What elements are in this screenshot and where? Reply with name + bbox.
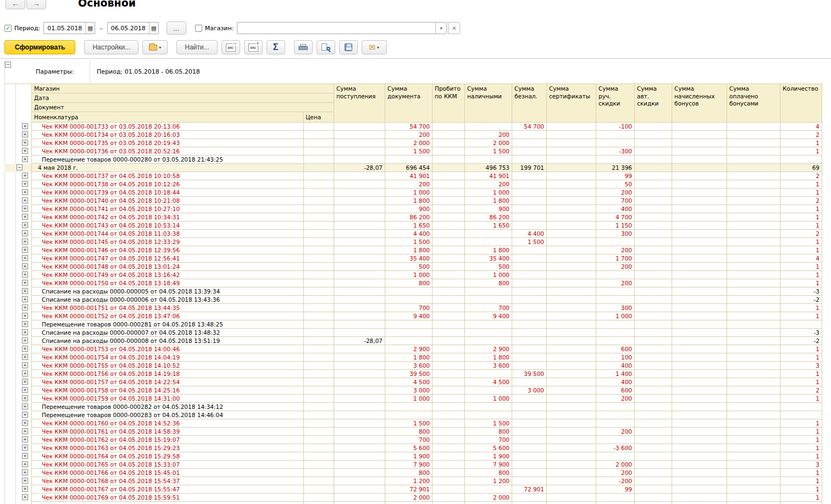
- back-button[interactable]: ←: [5, 0, 25, 9]
- table-row[interactable]: +Чек ККМ 0000-001740 от 04.05.2018 10:21…: [4, 197, 822, 205]
- table-row[interactable]: +Чек ККМ 0000-001743 от 04.05.2018 10:53…: [4, 221, 822, 230]
- print-button[interactable]: [294, 40, 313, 54]
- group-column-header[interactable]: Документ: [32, 103, 334, 112]
- expand-icon[interactable]: +: [22, 346, 28, 352]
- table-row[interactable]: +Чек ККМ 0000-001753 от 04.05.2018 14:00…: [4, 345, 822, 353]
- date-to-field[interactable]: 06.05.2018 ▦: [107, 22, 159, 34]
- table-row[interactable]: +Перемещение товаров 0000-000281 от 04.0…: [4, 320, 822, 329]
- expand-icon[interactable]: +: [22, 288, 28, 294]
- expand-icon[interactable]: +: [22, 428, 28, 434]
- table-row[interactable]: +Чек ККМ 0000-001764 от 04.05.2018 15:29…: [4, 452, 822, 461]
- price-column-header[interactable]: Цена: [303, 112, 334, 123]
- table-row[interactable]: +Чек ККМ 0000-001768 от 04.05.2018 15:54…: [4, 477, 822, 485]
- column-header[interactable]: Сумма поступления: [334, 84, 385, 123]
- expand-icon[interactable]: +: [22, 148, 28, 154]
- table-row[interactable]: +Чек ККМ 0000-001752 от 04.05.2018 13:47…: [4, 312, 822, 320]
- expand-icon[interactable]: +: [22, 362, 28, 368]
- table-row[interactable]: +Чек ККМ 0000-001738 от 04.05.2018 10:12…: [4, 180, 822, 189]
- table-row[interactable]: +Чек ККМ 0000-001754 от 04.05.2018 14:04…: [4, 353, 822, 362]
- table-row[interactable]: +Чек ККМ 0000-001765 от 04.05.2018 15:33…: [4, 461, 822, 469]
- expand-icon[interactable]: +: [22, 239, 28, 245]
- table-row[interactable]: +Чек ККМ 0000-001760 от 04.05.2018 14:52…: [4, 419, 822, 428]
- column-header[interactable]: Сумма начисленных бонусов: [672, 84, 727, 123]
- group-column-header[interactable]: Номенклатура: [32, 112, 303, 123]
- expand-icon[interactable]: +: [22, 206, 28, 212]
- date-from-field[interactable]: 01.05.2018 ▦: [43, 22, 95, 34]
- expand-icon[interactable]: +: [22, 329, 28, 335]
- column-header[interactable]: Сумма документа: [385, 84, 433, 123]
- expand-icon[interactable]: +: [22, 370, 28, 376]
- expand-icon[interactable]: +: [22, 197, 28, 203]
- save-button[interactable]: [339, 40, 358, 54]
- collapse-report-icon[interactable]: −: [5, 62, 11, 68]
- expand-icon[interactable]: +: [22, 321, 28, 327]
- settings-button[interactable]: Настройки...: [84, 40, 138, 54]
- column-header[interactable]: Сумма руч. скидки: [596, 84, 635, 123]
- expand-icon[interactable]: +: [22, 156, 28, 162]
- table-row[interactable]: +Чек ККМ 0000-001742 от 04.05.2018 10:34…: [4, 213, 822, 221]
- expand-icon[interactable]: +: [22, 123, 28, 129]
- expand-icon[interactable]: +: [22, 412, 28, 418]
- expand-icon[interactable]: +: [22, 494, 28, 500]
- expand-icon[interactable]: +: [22, 140, 28, 146]
- table-row[interactable]: +Чек ККМ 0000-001748 от 04.05.2018 13:01…: [4, 263, 822, 271]
- column-header[interactable]: Сумма сертификаты: [547, 84, 596, 123]
- table-row[interactable]: +Чек ККМ 0000-001767 от 04.05.2018 15:55…: [4, 485, 822, 494]
- table-row[interactable]: +Чек ККМ 0000-001735 от 03.05.2018 20:19…: [4, 139, 822, 147]
- expand-icon[interactable]: +: [22, 395, 28, 401]
- expand-icon[interactable]: +: [22, 296, 28, 302]
- expand-icon[interactable]: +: [22, 222, 28, 228]
- table-row[interactable]: +Чек ККМ 0000-001733 от 03.05.2018 20:13…: [4, 123, 822, 131]
- expand-icon[interactable]: +: [22, 230, 28, 236]
- expand-icon[interactable]: +: [22, 461, 28, 467]
- table-row[interactable]: −4 мая 2018 г.-28,07696 454496 753199 70…: [4, 164, 822, 172]
- period-checkbox[interactable]: ✓: [4, 25, 12, 32]
- column-header[interactable]: Сумма безнал.: [512, 84, 547, 123]
- expand-icon[interactable]: +: [22, 263, 28, 269]
- shop-combo[interactable]: ▾: [237, 22, 447, 34]
- period-more-button[interactable]: ...: [167, 21, 186, 35]
- table-row[interactable]: +Чек ККМ 0000-001734 от 03.05.2018 20:16…: [4, 131, 822, 139]
- table-row[interactable]: +Чек ККМ 0000-001766 от 04.05.2018 15:45…: [4, 469, 822, 477]
- collapse-groups-button[interactable]: авс−: [221, 40, 240, 54]
- table-row[interactable]: +Чек ККМ 0000-001745 от 04.05.2018 12:33…: [4, 238, 822, 246]
- table-row[interactable]: +Чек ККМ 0000-001747 от 04.05.2018 12:56…: [4, 254, 822, 263]
- table-row[interactable]: +Чек ККМ 0000-001737 от 04.05.2018 10:10…: [4, 172, 822, 180]
- table-row[interactable]: +Чек ККМ 0000-001769 от 04.05.2018 15:59…: [4, 494, 822, 502]
- column-header[interactable]: Пробито по ККМ: [433, 84, 465, 123]
- table-row[interactable]: +Чек ККМ 0000-001756 от 04.05.2018 14:19…: [4, 370, 822, 378]
- expand-icon[interactable]: +: [22, 313, 28, 319]
- table-row[interactable]: +Списание на расходы 0000-000006 от 04.0…: [4, 296, 822, 304]
- table-row[interactable]: +Списание на расходы 0000-000005 от 04.0…: [4, 287, 822, 296]
- generate-button[interactable]: Сформировать: [4, 40, 75, 54]
- expand-icon[interactable]: +: [22, 486, 28, 492]
- shop-checkbox[interactable]: ✓: [195, 25, 202, 32]
- expand-icon[interactable]: +: [22, 272, 28, 278]
- table-row[interactable]: [4, 502, 822, 504]
- send-email-button[interactable]: ✉▾: [362, 40, 387, 54]
- chevron-down-icon[interactable]: ▾: [435, 23, 446, 34]
- table-row[interactable]: +Чек ККМ 0000-001762 от 04.05.2018 15:19…: [4, 436, 822, 444]
- table-row[interactable]: +Чек ККМ 0000-001757 от 04.05.2018 14:22…: [4, 378, 822, 386]
- expand-groups-button[interactable]: авс+: [244, 40, 263, 54]
- table-row[interactable]: +Чек ККМ 0000-001750 от 04.05.2018 13:18…: [4, 279, 822, 287]
- table-row[interactable]: +Чек ККМ 0000-001758 от 04.05.2018 14:25…: [4, 386, 822, 395]
- expand-icon[interactable]: +: [22, 420, 28, 426]
- expand-icon[interactable]: +: [22, 337, 28, 344]
- table-row[interactable]: +Перемещение товаров 0000-000280 от 03.0…: [4, 156, 822, 164]
- expand-icon[interactable]: +: [22, 354, 28, 360]
- expand-icon[interactable]: +: [22, 379, 28, 385]
- preview-button[interactable]: [317, 40, 335, 54]
- expand-icon[interactable]: +: [22, 469, 28, 475]
- table-row[interactable]: +Чек ККМ 0000-001744 от 04.05.2018 11:03…: [4, 230, 822, 238]
- calendar-icon[interactable]: ▦: [149, 23, 158, 34]
- column-header[interactable]: Сумма авт. скидки: [635, 84, 672, 123]
- expand-icon[interactable]: +: [22, 214, 28, 220]
- table-row[interactable]: +Чек ККМ 0000-001761 от 04.05.2018 14:58…: [4, 428, 822, 436]
- group-column-header[interactable]: Магазин: [32, 84, 334, 93]
- expand-icon[interactable]: +: [22, 189, 28, 195]
- table-row[interactable]: +Чек ККМ 0000-001749 от 04.05.2018 13:16…: [4, 271, 822, 279]
- expand-icon[interactable]: +: [22, 436, 28, 442]
- column-header[interactable]: Сумма оплачено бонусами: [727, 84, 780, 123]
- forward-button[interactable]: →: [26, 0, 46, 9]
